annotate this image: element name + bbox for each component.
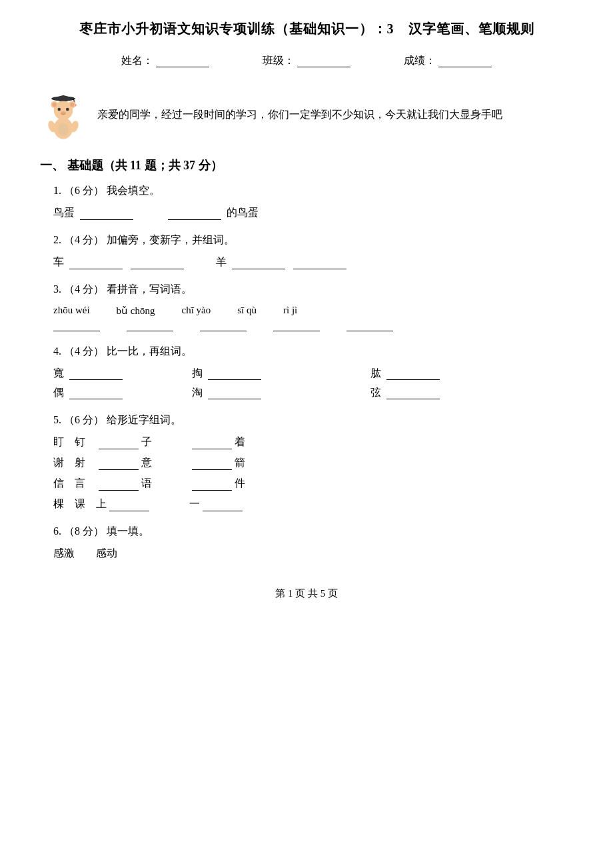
q5-text: 给形近字组词。: [107, 414, 181, 425]
q4-title: 4. （4 分） 比一比，再组词。: [53, 345, 573, 359]
q4-blank4[interactable]: [69, 387, 123, 399]
q3-blank3[interactable]: [200, 319, 247, 331]
q5-score: （6 分）: [64, 414, 104, 425]
q6-text: 填一填。: [107, 525, 149, 537]
q3-num: 3.: [53, 283, 61, 295]
q3-answer-row: [53, 319, 573, 331]
q2-score: （4 分）: [64, 234, 104, 245]
q5-chars4: 棵 课: [53, 497, 85, 511]
q2-text: 加偏旁，变新字，并组词。: [107, 234, 235, 245]
class-underline: [297, 55, 350, 67]
q5-fill1a: 子: [96, 435, 152, 449]
q4-item2: 掏: [192, 367, 264, 381]
q4-text: 比一比，再组词。: [107, 345, 192, 357]
q4-score: （4 分）: [64, 345, 104, 357]
q5-blank3b[interactable]: [192, 479, 232, 491]
section1-header: 一、 基础题（共 11 题；共 37 分）: [40, 157, 573, 173]
question-3: 3. （4 分） 看拼音，写词语。 zhōu wéi bǔ chōng chī …: [40, 283, 573, 331]
q5-blank1b[interactable]: [192, 437, 232, 449]
q5-fill1b: 着: [189, 435, 245, 449]
q2-title: 2. （4 分） 加偏旁，变新字，并组词。: [53, 233, 573, 247]
q6-content: 感激 感动: [53, 547, 573, 561]
name-label: 姓名：: [121, 54, 153, 68]
pinyin-3: chī yào: [182, 305, 211, 317]
q4-item4: 偶: [53, 386, 125, 400]
score-label: 成绩：: [404, 54, 436, 68]
q3-blank5[interactable]: [346, 319, 393, 331]
q2-char2: 羊: [216, 256, 227, 267]
q5-num: 5.: [53, 414, 61, 425]
q2-char1: 车: [53, 256, 64, 267]
q5-blank2a[interactable]: [99, 458, 139, 470]
q3-title: 3. （4 分） 看拼音，写词语。: [53, 283, 573, 297]
question-1: 1. （6 分） 我会填空。 鸟蛋 的鸟蛋: [40, 184, 573, 220]
svg-point-6: [53, 103, 57, 107]
q6-title: 6. （8 分） 填一填。: [53, 525, 573, 539]
q5-chars2: 谢 射: [53, 456, 85, 470]
q2-blank1[interactable]: [69, 257, 123, 269]
class-field: 班级：: [263, 54, 350, 68]
q4-blank2[interactable]: [208, 368, 261, 380]
q5-fill3b: 件: [189, 477, 245, 491]
q3-score: （4 分）: [64, 283, 104, 295]
q2-blank4[interactable]: [293, 257, 346, 269]
q5-blank4b[interactable]: [203, 499, 243, 511]
q4-blank3[interactable]: [386, 368, 440, 380]
q3-blank2[interactable]: [127, 319, 173, 331]
name-field: 姓名：: [121, 54, 209, 68]
score-field: 成绩：: [404, 54, 492, 68]
q1-num: 1.: [53, 185, 61, 196]
q3-blank4[interactable]: [273, 319, 320, 331]
q5-fill3a: 语: [96, 477, 152, 491]
pinyin-2: bǔ chōng: [117, 305, 155, 317]
q5-blank3a[interactable]: [99, 479, 139, 491]
q4-row2: 偶 淘 弦: [53, 386, 573, 400]
q3-pinyin-row: zhōu wéi bǔ chōng chī yào sī qù rì jì: [53, 305, 573, 317]
q5-title: 5. （6 分） 给形近字组词。: [53, 413, 573, 427]
page-title: 枣庄市小升初语文知识专项训练（基础知识一）：3 汉字笔画、笔顺规则: [40, 20, 573, 38]
intro-text: 亲爱的同学，经过一段时间的学习，你们一定学到不少知识，今天就让我们大显身手吧: [97, 105, 502, 125]
q3-text: 看拼音，写词语。: [107, 283, 192, 295]
q4-row1: 寬 掏 肱: [53, 367, 573, 381]
q4-blank5[interactable]: [208, 387, 261, 399]
q2-blank3[interactable]: [232, 257, 285, 269]
q3-blank1[interactable]: [53, 319, 100, 331]
q4-item6: 弦: [370, 386, 442, 400]
svg-point-15: [58, 123, 69, 136]
q4-blank6[interactable]: [386, 387, 440, 399]
question-4: 4. （4 分） 比一比，再组词。 寬 掏 肱 偶 淘 弦: [40, 345, 573, 400]
intro-section: 亲爱的同学，经过一段时间的学习，你们一定学到不少知识，今天就让我们大显身手吧: [40, 88, 573, 141]
svg-point-8: [70, 103, 74, 107]
q1-blank1[interactable]: [80, 208, 133, 220]
q1-text: 我会填空。: [107, 185, 160, 196]
pinyin-1: zhōu wéi: [53, 305, 90, 317]
q5-chars1: 盯 钉: [53, 435, 85, 449]
q5-blank2b[interactable]: [192, 458, 232, 470]
q6-score: （8 分）: [64, 525, 104, 537]
q4-item3: 肱: [370, 367, 442, 381]
q5-fill2a: 意: [96, 456, 152, 470]
q5-row3: 信 言 语 件: [53, 477, 573, 491]
q5-blank1a[interactable]: [99, 437, 139, 449]
q4-num: 4.: [53, 345, 61, 357]
q1-char2: 的鸟蛋: [227, 207, 259, 218]
q2-blank2[interactable]: [131, 257, 184, 269]
q5-blank4a[interactable]: [109, 499, 149, 511]
mascot-icon: [40, 88, 87, 141]
q5-chars3: 信 言: [53, 477, 85, 491]
q2-content: 车 羊: [53, 255, 573, 269]
page-footer: 第 1 页 共 5 页: [40, 587, 573, 600]
q5-row1: 盯 钉 子 着: [53, 435, 573, 449]
q5-row4: 棵 课 上 一: [53, 497, 573, 511]
q2-num: 2.: [53, 234, 61, 245]
q5-fill4b: 一: [189, 497, 245, 511]
q1-char: 鸟蛋: [53, 207, 75, 218]
question-6: 6. （8 分） 填一填。 感激 感动: [40, 525, 573, 561]
question-2: 2. （4 分） 加偏旁，变新字，并组词。 车 羊: [40, 233, 573, 269]
q4-blank1[interactable]: [69, 368, 123, 380]
score-underline: [438, 55, 492, 67]
q5-fill4a: 上: [96, 497, 152, 511]
svg-point-10: [66, 108, 69, 111]
q1-blank2[interactable]: [168, 208, 221, 220]
pinyin-4: sī qù: [237, 305, 257, 317]
